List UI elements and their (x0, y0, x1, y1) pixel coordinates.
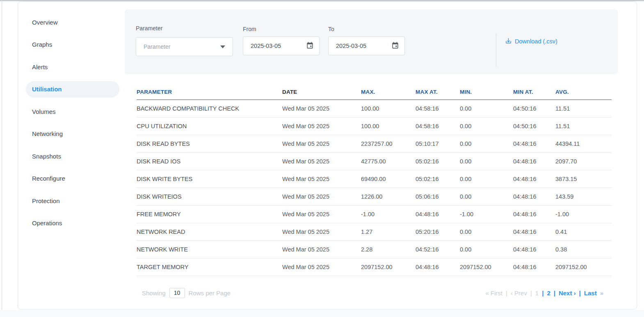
sidebar-item-networking[interactable]: Networking (26, 126, 119, 142)
utilisation-table: PARAMETER DATE MAX. MAX AT. MIN. MIN AT.… (137, 84, 612, 276)
cell-min: 0.00 (460, 100, 513, 117)
cell-min: 0.00 (460, 152, 513, 170)
pagination-first-button[interactable]: « First (485, 290, 502, 297)
cell-min-at: 04:48:16 (513, 170, 555, 188)
content-card: Overview Graphs Alerts Utilisation Volum… (18, 1, 637, 310)
column-header-avg[interactable]: AVG. (555, 84, 612, 100)
cell-avg: 3873.15 (555, 170, 612, 188)
cell-min: 0.00 (460, 170, 513, 188)
table-row: BACKWARD COMPATIBILITY CHECK Wed Mar 05 … (137, 100, 612, 117)
cell-avg: 2097.70 (555, 152, 612, 170)
sidebar-item-volumes[interactable]: Volumes (26, 103, 119, 120)
cell-min: 0.00 (460, 117, 513, 135)
sidebar-item-overview[interactable]: Overview (26, 14, 119, 30)
rows-per-page-input[interactable] (169, 288, 185, 298)
pagination: « First | ‹ Prev | 1 | 2 | Next › | Last… (484, 290, 612, 297)
column-header-min[interactable]: MIN. (460, 84, 513, 100)
rows-per-page-label: Rows per Page (189, 290, 231, 297)
cell-max: 1.27 (361, 223, 416, 240)
pagination-page-1[interactable]: 1 (535, 290, 539, 297)
cell-min: 0.00 (460, 240, 513, 258)
cell-max: 100.00 (361, 117, 416, 135)
cell-max-at: 04:58:16 (416, 100, 460, 117)
column-header-max-at[interactable]: MAX AT. (416, 84, 460, 100)
cell-parameter: BACKWARD COMPATIBILITY CHECK (137, 100, 282, 117)
pagination-prev-button[interactable]: ‹ Prev (511, 290, 527, 297)
sidebar-item-label: Operations (32, 220, 62, 226)
sidebar: Overview Graphs Alerts Utilisation Volum… (26, 14, 119, 237)
pagination-page-2[interactable]: 2 (547, 290, 550, 297)
cell-parameter: NETWORK READ (137, 223, 282, 240)
sidebar-item-alerts[interactable]: Alerts (26, 59, 119, 75)
chevron-down-icon (220, 45, 225, 48)
page-background (0, 310, 644, 317)
pagination-next-button[interactable]: Next › (559, 290, 576, 297)
cell-parameter: CPU UTILIZATION (137, 117, 282, 135)
rows-per-page-control: Showing Rows per Page (137, 288, 231, 298)
from-label: From (243, 26, 256, 32)
cell-max-at: 04:52:16 (416, 240, 460, 258)
cell-min: -1.00 (460, 205, 513, 223)
from-date-value: 2025-03-05 (251, 43, 306, 49)
cell-date: Wed Mar 05 2025 (282, 223, 361, 240)
sidebar-item-label: Graphs (32, 41, 52, 48)
calendar-icon[interactable] (306, 41, 314, 51)
sidebar-item-utilisation[interactable]: Utilisation (26, 81, 119, 97)
table-footer: Showing Rows per Page « First | ‹ Prev |… (137, 284, 612, 301)
sidebar-item-graphs[interactable]: Graphs (26, 36, 119, 53)
filter-divider (496, 33, 496, 67)
table-row: FREE MEMORY Wed Mar 05 2025 -1.00 04:48:… (137, 205, 612, 223)
cell-max-at: 04:48:16 (416, 258, 460, 276)
cell-max: 100.00 (361, 100, 416, 117)
cell-min-at: 04:50:16 (513, 100, 555, 117)
from-date-input[interactable]: 2025-03-05 (243, 36, 320, 55)
cell-min-at: 04:50:16 (513, 117, 555, 135)
cell-max-at: 05:20:16 (416, 223, 460, 240)
sidebar-item-label: Alerts (32, 63, 48, 70)
pagination-separator: | (542, 290, 544, 297)
cell-parameter: DISK READ IOS (137, 152, 282, 170)
column-header-min-at[interactable]: MIN AT. (513, 84, 555, 100)
pagination-separator: | (554, 290, 555, 297)
sidebar-item-protection[interactable]: Protection (26, 192, 119, 209)
cell-min-at: 04:48:16 (513, 188, 555, 205)
table-row: CPU UTILIZATION Wed Mar 05 2025 100.00 0… (137, 117, 612, 135)
to-date-value: 2025-03-05 (336, 43, 391, 49)
sidebar-item-snapshots[interactable]: Snapshots (26, 148, 119, 164)
table-row: DISK WRITE BYTES Wed Mar 05 2025 69490.0… (137, 170, 612, 188)
to-date-input[interactable]: 2025-03-05 (328, 36, 405, 55)
column-header-max[interactable]: MAX. (361, 84, 416, 100)
sidebar-item-operations[interactable]: Operations (26, 215, 119, 231)
parameter-select[interactable]: Parameter (136, 37, 233, 56)
sidebar-item-label: Overview (32, 19, 58, 26)
cell-min-at: 04:48:16 (513, 223, 555, 240)
cell-avg: -1.00 (555, 205, 612, 223)
cell-avg: 11.51 (555, 117, 612, 135)
cell-date: Wed Mar 05 2025 (282, 258, 361, 276)
cell-min-at: 04:48:16 (513, 240, 555, 258)
cell-max: 2097152.00 (361, 258, 416, 276)
cell-parameter: DISK WRITEIOS (137, 188, 282, 205)
window-left-edge (2, 0, 2, 317)
download-csv-button[interactable]: Download (.csv) (505, 37, 557, 45)
sidebar-item-label: Volumes (32, 108, 56, 115)
cell-min: 2097152.00 (460, 258, 513, 276)
cell-min-at: 04:48:16 (513, 135, 555, 152)
table-row: TARGET MEMORY Wed Mar 05 2025 2097152.00… (137, 258, 612, 276)
sidebar-item-label: Protection (32, 197, 60, 204)
cell-max: 2.28 (361, 240, 416, 258)
cell-min-at: 04:48:16 (513, 152, 555, 170)
cell-avg: 2097152.00 (555, 258, 612, 276)
cell-max: 1226.00 (361, 188, 416, 205)
cell-date: Wed Mar 05 2025 (282, 240, 361, 258)
column-header-parameter[interactable]: PARAMETER (137, 84, 282, 100)
cell-max-at: 04:48:16 (416, 205, 460, 223)
cell-parameter: FREE MEMORY (137, 205, 282, 223)
sidebar-item-reconfigure[interactable]: Reconfigure (26, 170, 119, 187)
cell-min: 0.00 (460, 223, 513, 240)
cell-max-at: 05:06:16 (416, 188, 460, 205)
cell-max: -1.00 (361, 205, 416, 223)
table-row: DISK READ BYTES Wed Mar 05 2025 2237257.… (137, 135, 612, 152)
pagination-last-button[interactable]: Last (584, 290, 597, 297)
calendar-icon[interactable] (391, 41, 399, 51)
